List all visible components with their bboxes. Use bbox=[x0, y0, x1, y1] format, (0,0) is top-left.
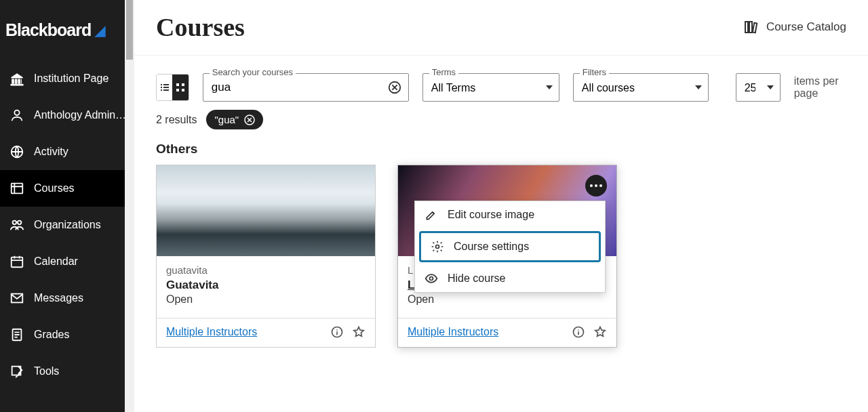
sidebar-item-grades[interactable]: Grades bbox=[0, 316, 125, 353]
svg-point-21 bbox=[599, 184, 602, 187]
user-icon bbox=[9, 108, 24, 123]
more-icon bbox=[590, 184, 602, 187]
list-icon bbox=[159, 82, 170, 93]
sidebar-item-messages[interactable]: Messages bbox=[0, 280, 125, 316]
filters-field-wrap: Filters All courses bbox=[573, 73, 709, 102]
menu-item-hide-course[interactable]: Hide course bbox=[415, 265, 605, 292]
card-foot: Multiple Instructors bbox=[157, 318, 375, 347]
more-button[interactable] bbox=[585, 175, 607, 197]
clear-search-icon[interactable] bbox=[387, 80, 402, 95]
grid-icon bbox=[175, 82, 186, 93]
sidebar-item-label: Institution Page bbox=[34, 73, 108, 85]
course-card: L Languages Class Open Multiple Instruct… bbox=[397, 165, 617, 348]
filters-select[interactable]: All courses bbox=[573, 73, 709, 102]
brand-text: Blackboard bbox=[5, 20, 91, 40]
chip-text: "gua" bbox=[214, 114, 239, 125]
perpage-select[interactable]: 25 bbox=[736, 73, 781, 102]
calendar-icon bbox=[9, 254, 24, 269]
catalog-label: Course Catalog bbox=[766, 20, 846, 34]
svg-rect-12 bbox=[176, 83, 179, 86]
scrollbar-thumb[interactable] bbox=[126, 0, 133, 60]
course-title[interactable]: Guatavita bbox=[166, 279, 366, 292]
filter-chip[interactable]: "gua" bbox=[206, 110, 263, 129]
foot-icons bbox=[572, 325, 607, 339]
grades-icon bbox=[9, 327, 24, 342]
sidebar-item-label: Grades bbox=[34, 329, 69, 341]
terms-label: Terms bbox=[429, 67, 458, 77]
brand-logo: Blackboard ◢ bbox=[0, 0, 125, 60]
sidebar-item-label: Courses bbox=[34, 182, 75, 194]
sidebar-item-activity[interactable]: Activity bbox=[0, 133, 125, 170]
info-icon[interactable] bbox=[572, 325, 585, 339]
eye-icon bbox=[425, 272, 438, 285]
envelope-icon bbox=[9, 291, 24, 306]
svg-point-23 bbox=[436, 245, 439, 249]
svg-rect-2 bbox=[12, 184, 23, 194]
svg-point-20 bbox=[595, 184, 597, 187]
sidebar-item-label: Organizations bbox=[34, 219, 101, 231]
filter-row: Search your courses Terms All Terms Filt… bbox=[134, 55, 868, 108]
svg-rect-11 bbox=[753, 23, 757, 33]
menu-item-edit-image[interactable]: Edit course image bbox=[415, 201, 605, 228]
course-catalog-link[interactable]: Course Catalog bbox=[743, 19, 846, 35]
pencil-icon bbox=[425, 208, 438, 222]
courses-icon bbox=[9, 181, 24, 196]
card-foot: Multiple Instructors bbox=[398, 318, 616, 347]
list-view-button[interactable] bbox=[157, 75, 172, 100]
scrollbar[interactable] bbox=[125, 0, 134, 412]
course-status: Open bbox=[166, 293, 366, 306]
svg-rect-5 bbox=[12, 258, 23, 268]
grid-view-button[interactable] bbox=[172, 75, 188, 100]
sidebar-item-calendar[interactable]: Calendar bbox=[0, 243, 125, 280]
instructors-link[interactable]: Multiple Instructors bbox=[166, 326, 257, 338]
perpage-wrap: 25 bbox=[736, 73, 781, 102]
svg-point-19 bbox=[590, 184, 593, 187]
institution-icon bbox=[9, 71, 24, 86]
sidebar-item-label: Calendar bbox=[34, 255, 78, 268]
svg-rect-9 bbox=[745, 22, 748, 33]
tools-icon bbox=[9, 364, 24, 379]
svg-point-4 bbox=[18, 221, 21, 225]
sidebar-item-organizations[interactable]: Organizations bbox=[0, 207, 125, 243]
terms-field-wrap: Terms All Terms bbox=[422, 73, 559, 102]
brand-icon: ◢ bbox=[95, 22, 104, 39]
course-id: guatavita bbox=[166, 264, 366, 276]
terms-select[interactable]: All Terms bbox=[422, 73, 559, 102]
sidebar-item-label: Messages bbox=[34, 292, 83, 304]
svg-rect-15 bbox=[182, 89, 184, 91]
organizations-icon bbox=[9, 218, 24, 232]
course-hero-image bbox=[157, 165, 375, 256]
menu-item-label: Hide course bbox=[448, 272, 505, 285]
perpage-label: items per page bbox=[794, 75, 846, 100]
gear-icon bbox=[431, 240, 444, 253]
sidebar-item-courses[interactable]: Courses bbox=[0, 170, 125, 207]
sidebar-item-tools[interactable]: Tools bbox=[0, 353, 125, 390]
svg-rect-13 bbox=[182, 83, 184, 86]
sidebar-item-label: Tools bbox=[34, 365, 59, 377]
star-icon[interactable] bbox=[593, 325, 607, 339]
search-label: Search your courses bbox=[210, 67, 296, 77]
instructors-link[interactable]: Multiple Instructors bbox=[408, 326, 498, 338]
globe-icon bbox=[9, 144, 24, 159]
card-body: guatavita Guatavita Open bbox=[157, 256, 375, 311]
course-menu: Edit course image Course settings Hide c… bbox=[414, 201, 606, 293]
svg-point-0 bbox=[14, 110, 19, 115]
info-icon[interactable] bbox=[330, 325, 344, 339]
menu-item-label: Course settings bbox=[454, 241, 529, 253]
course-card: guatavita Guatavita Open Multiple Instru… bbox=[156, 165, 376, 348]
menu-item-course-settings[interactable]: Course settings bbox=[419, 231, 601, 262]
sidebar-item-label: Activity bbox=[34, 146, 68, 158]
search-input[interactable] bbox=[203, 73, 409, 102]
sidebar-item-admin[interactable]: Anthology Admin… bbox=[0, 97, 125, 133]
sidebar-item-label: Anthology Admin… bbox=[34, 109, 125, 121]
results-row: 2 results "gua" bbox=[134, 108, 868, 139]
cards: guatavita Guatavita Open Multiple Instru… bbox=[134, 165, 868, 348]
svg-rect-14 bbox=[176, 89, 179, 91]
sidebar-item-institution[interactable]: Institution Page bbox=[0, 60, 125, 97]
search-field-wrap: Search your courses bbox=[203, 73, 409, 102]
star-icon[interactable] bbox=[352, 325, 366, 339]
svg-point-3 bbox=[13, 221, 16, 225]
topbar: Courses Course Catalog bbox=[134, 0, 868, 55]
main: Courses Course Catalog Search your cours… bbox=[134, 0, 868, 412]
results-count: 2 results bbox=[156, 114, 197, 126]
